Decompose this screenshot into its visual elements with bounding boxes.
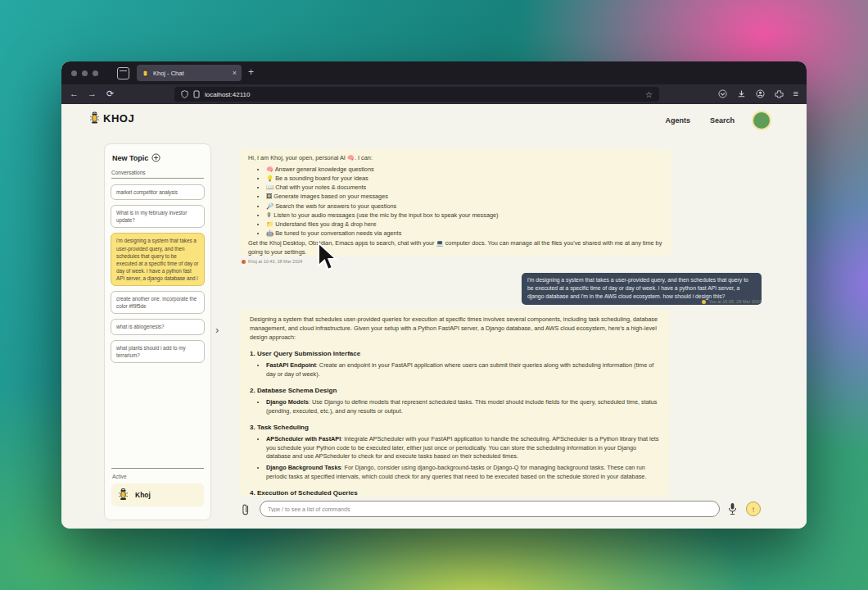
response-sections: 1. User Query Submission InterfaceFastAP…	[250, 350, 660, 497]
attach-file-icon[interactable]	[242, 503, 250, 516]
browser-tab-bar: Khoj - Chat × +	[61, 61, 807, 84]
response-section-heading: 3. Task Scheduling	[250, 424, 660, 431]
chat-input-bar: ↑	[240, 501, 764, 519]
bullet-text: Chat with your notes & documents	[275, 184, 366, 191]
welcome-bullet: 📁 Understand files you drag & drop here	[266, 220, 663, 229]
nav-search[interactable]: Search	[710, 116, 735, 125]
browser-toolbar: ← → ⟳ localhost:42110 ☆	[61, 84, 807, 104]
khoj-sender-icon	[242, 260, 246, 264]
back-icon[interactable]: ←	[70, 88, 79, 100]
sidebar-divider	[111, 468, 204, 469]
bullet-text: Generate images based on your messages	[274, 193, 388, 200]
khoj-favicon-icon	[142, 69, 149, 78]
user-message-timestamp: You at 15:05, 28 Mar 2024	[702, 299, 762, 304]
khoj-response-message: Designing a system that schedules user-p…	[240, 310, 670, 497]
conversation-item[interactable]: market competitor analysis	[111, 184, 205, 200]
top-nav: Agents Search	[665, 116, 735, 125]
pocket-icon[interactable]	[718, 89, 727, 98]
conversation-item[interactable]: what plants should i add to my terrarium…	[111, 340, 205, 363]
url-bar[interactable]: localhost:42110 ☆	[174, 87, 659, 102]
tab-close-icon[interactable]: ×	[233, 70, 237, 77]
forward-icon[interactable]: →	[88, 88, 97, 100]
bullet-text: : Use Django to define models that repre…	[266, 398, 658, 415]
menu-icon[interactable]: ≡	[793, 88, 798, 100]
conversation-item[interactable]: what is abiogenesis?	[111, 319, 205, 334]
bullet-text: Answer general knowledge questions	[275, 166, 374, 173]
bullet-lead: Django Background Tasks	[266, 464, 341, 471]
response-bullet: FastAPI Endpoint: Create an endpoint in …	[266, 361, 660, 379]
sidebar-collapse-chevron-icon[interactable]: ›	[215, 324, 219, 336]
bullet-text: Search the web for answers to your quest…	[275, 202, 396, 210]
user-avatar[interactable]	[753, 112, 770, 129]
firefox-view-icon[interactable]	[117, 67, 129, 79]
mic-icon[interactable]	[728, 502, 737, 515]
response-section-heading: 1. User Query Submission Interface	[250, 350, 660, 357]
logo-text: KHOJ	[103, 112, 134, 125]
response-section-heading: 2. Database Schema Design	[250, 387, 660, 394]
active-agent-name: Khoj	[135, 491, 151, 499]
window-controls[interactable]	[71, 70, 98, 76]
new-tab-button[interactable]: +	[248, 66, 254, 78]
bullet-lead: Django Models	[266, 398, 309, 406]
bullet-text: : Create an endpoint in your FastAPI app…	[266, 361, 653, 378]
response-bullet-list: FastAPI Endpoint: Create an endpoint in …	[250, 361, 660, 379]
welcome-bullet: 📖 Chat with your notes & documents	[266, 183, 663, 192]
new-topic-button[interactable]: New Topic	[112, 153, 205, 162]
bullet-text: Be a sounding board for your ideas	[275, 175, 368, 182]
response-bullet-list: APScheduler with FastAPI: Integrate APSc…	[250, 435, 660, 483]
khoj-welcome-message: Hi, I am Khoj, your open, personal AI 🧠.…	[240, 149, 671, 256]
bullet-lead: FastAPI Endpoint	[266, 361, 316, 369]
khoj-logo[interactable]: KHOJ	[89, 111, 134, 125]
browser-tab[interactable]: Khoj - Chat ×	[137, 65, 242, 81]
nav-agents[interactable]: Agents	[665, 116, 690, 125]
response-bullet: APScheduler with FastAPI: Integrate APSc…	[266, 435, 660, 462]
send-arrow-icon: ↑	[752, 505, 756, 514]
refresh-icon[interactable]: ⟳	[106, 88, 114, 100]
extensions-icon[interactable]	[775, 89, 784, 98]
welcome-outro: Get the Khoj Desktop, Obsidian, Emacs ap…	[248, 239, 663, 256]
toolbar-right-icons: ≡	[718, 88, 798, 100]
account-icon[interactable]	[756, 89, 765, 98]
conversation-item[interactable]: What is in my february investor update?	[111, 205, 205, 228]
tab-title: Khoj - Chat	[153, 70, 228, 77]
bullet-text: Be tuned to your conversation needs via …	[275, 229, 401, 237]
plus-circle-icon[interactable]	[151, 153, 160, 162]
bullet-emoji-icon: 🎙	[266, 211, 274, 219]
response-bullet: Django Background Tasks: For Django, con…	[266, 464, 660, 482]
response-section-heading: 4. Execution of Scheduled Queries	[250, 489, 660, 497]
active-agent[interactable]: Khoj	[111, 483, 204, 506]
bullet-emoji-icon: 🔎	[266, 202, 275, 210]
conversation-item[interactable]: i'm designing a system that takes a user…	[111, 233, 205, 286]
welcome-bullet: 🧠 Answer general knowledge questions	[266, 165, 663, 174]
response-bullet-list: Django Models: Use Django to define mode…	[250, 398, 660, 416]
chat-input[interactable]	[260, 501, 720, 517]
url-text[interactable]: localhost:42110	[205, 91, 640, 98]
welcome-bullet: 🔎 Search the web for answers to your que…	[266, 202, 663, 211]
bullet-emoji-icon: 🧠	[266, 166, 275, 173]
mouse-cursor	[316, 242, 337, 271]
welcome-bullet: 🖼 Generate images based on your messages	[266, 192, 663, 201]
shield-icon[interactable]	[181, 90, 188, 98]
bullet-emoji-icon: 📁	[266, 220, 275, 228]
new-topic-label: New Topic	[112, 154, 148, 162]
bullet-emoji-icon: 📖	[266, 184, 275, 191]
khoj-app: KHOJ Agents Search New Topic Conversatio…	[61, 104, 807, 529]
khoj-message-timestamp: Khoj at 10:43, 28 Mar 2024	[242, 259, 302, 264]
bullet-text: Listen to your audio messages (use the m…	[274, 211, 498, 219]
browser-window: Khoj - Chat × + ← → ⟳ localhost:42110 ☆	[61, 61, 807, 529]
user-sender-icon	[702, 300, 706, 304]
welcome-intro: Hi, I am Khoj, your open, personal AI 🧠.…	[248, 154, 663, 163]
bullet-lead: APScheduler with FastAPI	[266, 435, 341, 442]
welcome-bullet: 💡 Be a sounding board for your ideas	[266, 174, 663, 183]
conversation-item[interactable]: create another one. incorporate the colo…	[111, 291, 205, 314]
bullet-emoji-icon: 🖼	[266, 193, 274, 200]
page-info-icon[interactable]	[193, 90, 200, 98]
sidebar: New Topic Conversations market competito…	[104, 143, 211, 520]
send-button[interactable]: ↑	[746, 502, 761, 516]
welcome-bullet-list: 🧠 Answer general knowledge questions💡 Be…	[248, 165, 663, 238]
welcome-bullet: 🤖 Be tuned to your conversation needs vi…	[266, 229, 663, 238]
bookmark-star-icon[interactable]: ☆	[645, 90, 653, 99]
downloads-icon[interactable]	[737, 89, 746, 98]
lantern-icon	[118, 488, 129, 502]
welcome-bullet: 🎙 Listen to your audio messages (use the…	[266, 211, 663, 220]
